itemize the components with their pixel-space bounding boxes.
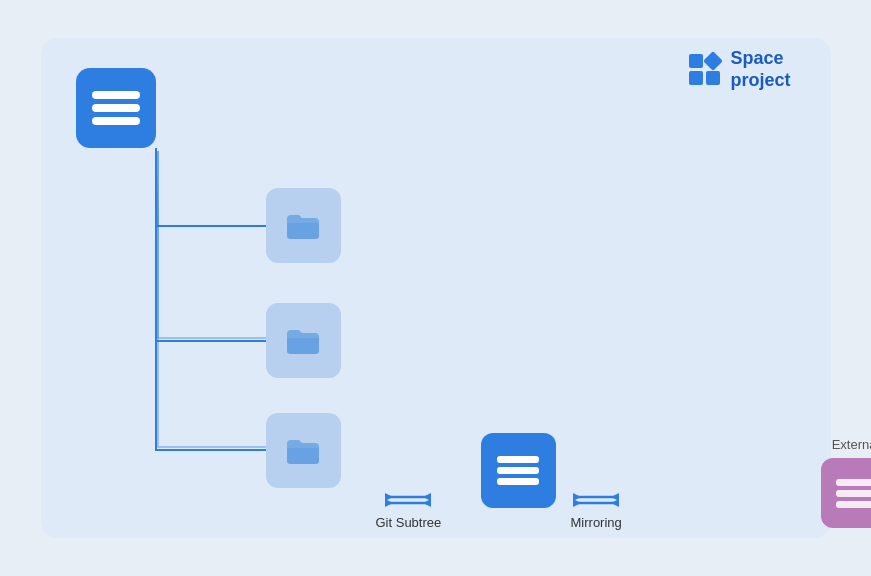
svg-marker-10 <box>573 499 581 507</box>
ext-db-line-3 <box>836 501 872 508</box>
canvas: Spaceproject <box>0 0 871 576</box>
main-db-icon <box>76 68 156 148</box>
space-project-title: Spaceproject <box>730 48 790 91</box>
diagram-container: Spaceproject <box>21 18 851 558</box>
space-icon-square-1 <box>689 54 703 68</box>
mirroring-arrow <box>571 489 621 511</box>
svg-marker-4 <box>385 499 393 507</box>
git-subtree-text: Git Subtree <box>376 515 442 530</box>
git-subtree-arrow <box>383 489 433 511</box>
ext-db-line-1 <box>836 479 872 486</box>
external-label: External <box>832 437 871 452</box>
ext-db-line-2 <box>836 490 872 497</box>
space-icon-square-3 <box>706 71 720 85</box>
external-db-icon <box>821 458 872 528</box>
svg-marker-11 <box>611 499 619 507</box>
folder-svg-3 <box>285 436 321 466</box>
git-subtree-label: Git Subtree <box>376 489 442 530</box>
space-panel <box>41 38 831 538</box>
bottom-db-line-1 <box>497 456 539 463</box>
folder-svg-2 <box>285 326 321 356</box>
db-line-1 <box>92 91 140 99</box>
mirroring-label: Mirroring <box>571 489 622 530</box>
mirroring-text: Mirroring <box>571 515 622 530</box>
folder-icon-2 <box>266 303 341 378</box>
svg-marker-5 <box>423 499 431 507</box>
folder-icon-3 <box>266 413 341 488</box>
folder-icon-1 <box>266 188 341 263</box>
external-db-container: External <box>821 437 872 528</box>
space-icon-grid <box>689 54 720 85</box>
db-line-2 <box>92 104 140 112</box>
bottom-db-icon <box>481 433 556 508</box>
space-icon-diamond <box>704 51 724 71</box>
db-line-3 <box>92 117 140 125</box>
space-icon-square-2 <box>689 71 703 85</box>
folder-svg-1 <box>285 211 321 241</box>
space-project-label: Spaceproject <box>689 48 790 91</box>
bottom-db-line-2 <box>497 467 539 474</box>
bottom-db-line-3 <box>497 478 539 485</box>
